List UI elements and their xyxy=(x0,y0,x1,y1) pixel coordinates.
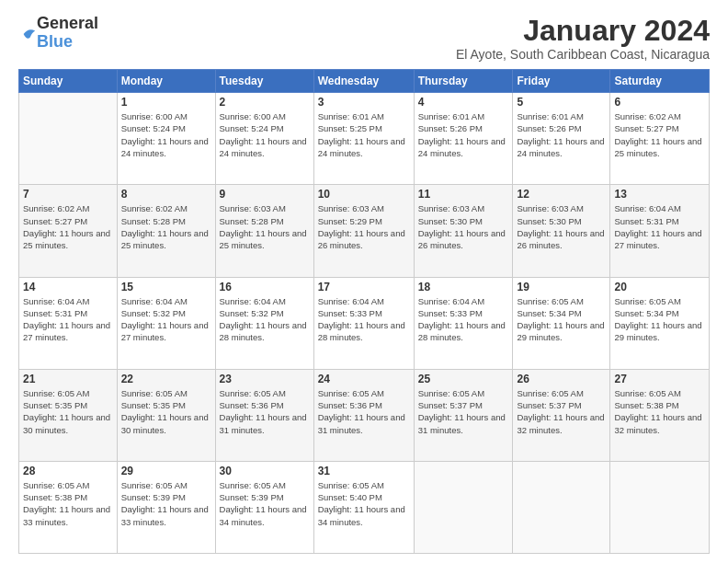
weekday-header-sunday: Sunday xyxy=(19,70,118,93)
calendar-cell: 3Sunrise: 6:01 AMSunset: 5:25 PMDaylight… xyxy=(313,93,414,185)
day-number: 30 xyxy=(220,465,310,477)
day-info: Sunrise: 6:05 AMSunset: 5:35 PMDaylight:… xyxy=(23,387,113,436)
title-block: January 2024 El Ayote, South Caribbean C… xyxy=(456,15,710,62)
day-number: 2 xyxy=(220,96,310,109)
calendar-cell xyxy=(513,461,610,553)
day-number: 10 xyxy=(318,188,410,201)
day-info: Sunrise: 6:04 AMSunset: 5:31 PMDaylight:… xyxy=(23,295,113,344)
calendar-header: SundayMondayTuesdayWednesdayThursdayFrid… xyxy=(19,70,710,93)
calendar-week-1: 1Sunrise: 6:00 AMSunset: 5:24 PMDaylight… xyxy=(19,93,710,185)
day-number: 22 xyxy=(121,373,211,385)
day-number: 25 xyxy=(418,373,509,385)
calendar-cell xyxy=(414,461,513,553)
calendar-table: SundayMondayTuesdayWednesdayThursdayFrid… xyxy=(18,69,710,554)
day-number: 28 xyxy=(23,465,113,477)
calendar-cell: 20Sunrise: 6:05 AMSunset: 5:34 PMDayligh… xyxy=(610,277,710,369)
weekday-header-tuesday: Tuesday xyxy=(215,70,313,93)
day-info: Sunrise: 6:04 AMSunset: 5:31 PMDaylight:… xyxy=(614,202,705,251)
calendar-cell xyxy=(610,461,710,553)
day-number: 13 xyxy=(614,188,705,201)
day-info: Sunrise: 6:04 AMSunset: 5:33 PMDaylight:… xyxy=(418,295,509,344)
day-info: Sunrise: 6:01 AMSunset: 5:26 PMDaylight:… xyxy=(517,110,606,159)
calendar-cell: 16Sunrise: 6:04 AMSunset: 5:32 PMDayligh… xyxy=(215,277,313,369)
calendar-cell: 22Sunrise: 6:05 AMSunset: 5:35 PMDayligh… xyxy=(117,369,215,461)
calendar-cell: 15Sunrise: 6:04 AMSunset: 5:32 PMDayligh… xyxy=(117,277,215,369)
calendar-cell: 13Sunrise: 6:04 AMSunset: 5:31 PMDayligh… xyxy=(610,185,710,277)
day-number: 23 xyxy=(220,373,310,385)
day-number: 20 xyxy=(614,281,705,293)
day-number: 4 xyxy=(418,96,509,109)
calendar-cell: 10Sunrise: 6:03 AMSunset: 5:29 PMDayligh… xyxy=(313,185,414,277)
day-info: Sunrise: 6:05 AMSunset: 5:37 PMDaylight:… xyxy=(418,387,509,436)
logo-general-text: General xyxy=(37,15,98,33)
calendar-cell: 27Sunrise: 6:05 AMSunset: 5:38 PMDayligh… xyxy=(610,369,710,461)
logo-text: General Blue xyxy=(37,15,98,52)
day-number: 18 xyxy=(418,281,509,293)
day-info: Sunrise: 6:03 AMSunset: 5:29 PMDaylight:… xyxy=(318,202,410,251)
calendar-week-5: 28Sunrise: 6:05 AMSunset: 5:38 PMDayligh… xyxy=(19,461,710,553)
calendar-week-3: 14Sunrise: 6:04 AMSunset: 5:31 PMDayligh… xyxy=(19,277,710,369)
calendar-cell: 29Sunrise: 6:05 AMSunset: 5:39 PMDayligh… xyxy=(117,461,215,553)
day-number: 17 xyxy=(318,281,410,293)
day-number: 11 xyxy=(418,188,509,201)
calendar-cell: 26Sunrise: 6:05 AMSunset: 5:37 PMDayligh… xyxy=(513,369,610,461)
weekday-header-thursday: Thursday xyxy=(414,70,513,93)
day-number: 26 xyxy=(517,373,606,385)
day-info: Sunrise: 6:04 AMSunset: 5:32 PMDaylight:… xyxy=(220,295,310,344)
calendar-cell: 2Sunrise: 6:00 AMSunset: 5:24 PMDaylight… xyxy=(215,93,313,185)
calendar-cell: 19Sunrise: 6:05 AMSunset: 5:34 PMDayligh… xyxy=(513,277,610,369)
logo-icon xyxy=(20,26,37,42)
day-number: 24 xyxy=(318,373,410,385)
day-number: 15 xyxy=(121,281,211,293)
day-info: Sunrise: 6:05 AMSunset: 5:37 PMDaylight:… xyxy=(517,387,606,436)
page: General Blue January 2024 El Ayote, Sout… xyxy=(0,0,728,563)
month-title: January 2024 xyxy=(456,15,710,47)
calendar-cell: 8Sunrise: 6:02 AMSunset: 5:28 PMDaylight… xyxy=(117,185,215,277)
day-number: 3 xyxy=(318,96,410,109)
calendar-cell: 11Sunrise: 6:03 AMSunset: 5:30 PMDayligh… xyxy=(414,185,513,277)
day-number: 7 xyxy=(23,188,113,201)
calendar-cell: 28Sunrise: 6:05 AMSunset: 5:38 PMDayligh… xyxy=(19,461,118,553)
calendar-cell: 31Sunrise: 6:05 AMSunset: 5:40 PMDayligh… xyxy=(313,461,414,553)
calendar-cell: 23Sunrise: 6:05 AMSunset: 5:36 PMDayligh… xyxy=(215,369,313,461)
day-info: Sunrise: 6:05 AMSunset: 5:38 PMDaylight:… xyxy=(614,387,705,436)
weekday-header-saturday: Saturday xyxy=(610,70,710,93)
logo-blue-text: Blue xyxy=(37,33,98,52)
day-info: Sunrise: 6:02 AMSunset: 5:28 PMDaylight:… xyxy=(121,202,211,251)
day-info: Sunrise: 6:02 AMSunset: 5:27 PMDaylight:… xyxy=(23,202,113,251)
calendar-cell: 5Sunrise: 6:01 AMSunset: 5:26 PMDaylight… xyxy=(513,93,610,185)
day-info: Sunrise: 6:05 AMSunset: 5:36 PMDaylight:… xyxy=(318,387,410,436)
logo: General Blue xyxy=(18,15,98,52)
calendar-cell: 4Sunrise: 6:01 AMSunset: 5:26 PMDaylight… xyxy=(414,93,513,185)
day-info: Sunrise: 6:04 AMSunset: 5:33 PMDaylight:… xyxy=(318,295,410,344)
calendar-cell: 1Sunrise: 6:00 AMSunset: 5:24 PMDaylight… xyxy=(117,93,215,185)
day-info: Sunrise: 6:05 AMSunset: 5:36 PMDaylight:… xyxy=(220,387,310,436)
calendar-body: 1Sunrise: 6:00 AMSunset: 5:24 PMDaylight… xyxy=(19,93,710,554)
calendar-cell: 17Sunrise: 6:04 AMSunset: 5:33 PMDayligh… xyxy=(313,277,414,369)
header: General Blue January 2024 El Ayote, Sout… xyxy=(18,15,710,62)
weekday-header-monday: Monday xyxy=(117,70,215,93)
calendar-cell: 18Sunrise: 6:04 AMSunset: 5:33 PMDayligh… xyxy=(414,277,513,369)
calendar-week-2: 7Sunrise: 6:02 AMSunset: 5:27 PMDaylight… xyxy=(19,185,710,277)
day-number: 9 xyxy=(220,188,310,201)
day-info: Sunrise: 6:03 AMSunset: 5:30 PMDaylight:… xyxy=(418,202,509,251)
weekday-header-row: SundayMondayTuesdayWednesdayThursdayFrid… xyxy=(19,70,710,93)
calendar-cell: 30Sunrise: 6:05 AMSunset: 5:39 PMDayligh… xyxy=(215,461,313,553)
day-info: Sunrise: 6:01 AMSunset: 5:26 PMDaylight:… xyxy=(418,110,509,159)
calendar-cell: 14Sunrise: 6:04 AMSunset: 5:31 PMDayligh… xyxy=(19,277,118,369)
calendar-cell: 6Sunrise: 6:02 AMSunset: 5:27 PMDaylight… xyxy=(610,93,710,185)
day-info: Sunrise: 6:05 AMSunset: 5:34 PMDaylight:… xyxy=(614,295,705,344)
day-info: Sunrise: 6:05 AMSunset: 5:34 PMDaylight:… xyxy=(517,295,606,344)
day-info: Sunrise: 6:01 AMSunset: 5:25 PMDaylight:… xyxy=(318,110,410,159)
day-info: Sunrise: 6:00 AMSunset: 5:24 PMDaylight:… xyxy=(220,110,310,159)
day-number: 29 xyxy=(121,465,211,477)
weekday-header-friday: Friday xyxy=(513,70,610,93)
day-info: Sunrise: 6:05 AMSunset: 5:35 PMDaylight:… xyxy=(121,387,211,436)
calendar-cell: 9Sunrise: 6:03 AMSunset: 5:28 PMDaylight… xyxy=(215,185,313,277)
day-info: Sunrise: 6:05 AMSunset: 5:38 PMDaylight:… xyxy=(23,479,113,528)
location: El Ayote, South Caribbean Coast, Nicarag… xyxy=(456,47,710,62)
day-number: 21 xyxy=(23,373,113,385)
day-number: 12 xyxy=(517,188,606,201)
day-number: 6 xyxy=(614,96,705,109)
calendar-cell: 24Sunrise: 6:05 AMSunset: 5:36 PMDayligh… xyxy=(313,369,414,461)
